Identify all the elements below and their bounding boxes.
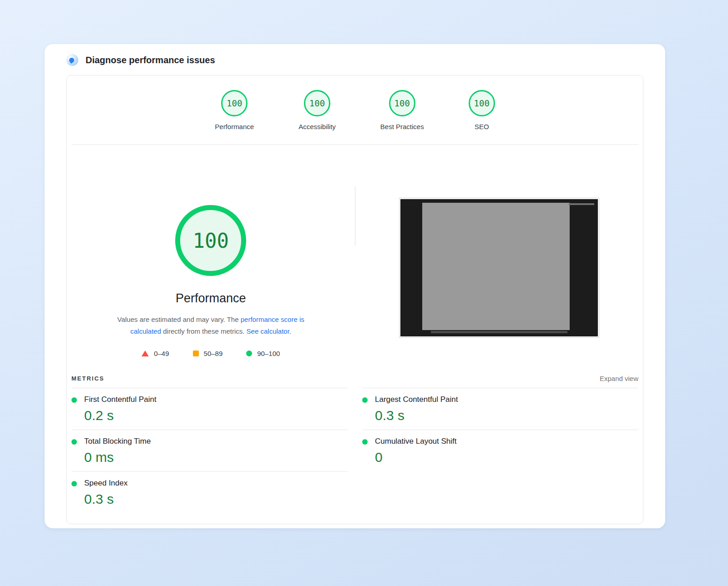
pass-circle-icon (246, 351, 252, 356)
performance-label: Performance (215, 123, 254, 130)
description-text-3: . (289, 327, 291, 335)
performance-gauge-icon: 100 (221, 90, 248, 116)
seo-label: SEO (475, 123, 489, 130)
fail-triangle-icon (142, 351, 149, 356)
metric-name: Largest Contentful Paint (375, 395, 458, 404)
lighthouse-report-panel: 100 Performance 100 Accessibility 100 Be… (66, 75, 643, 524)
metric-value: 0 (375, 450, 457, 465)
performance-overview: 100 Performance Values are estimated and… (67, 145, 643, 371)
best-practices-score: 100 (394, 98, 410, 108)
category-seo[interactable]: 100 SEO (469, 90, 495, 130)
performance-gauge-block: 100 Performance Values are estimated and… (67, 145, 355, 371)
metric-name: Speed Index (84, 479, 127, 488)
pass-dot-icon (71, 481, 77, 486)
accessibility-gauge-icon: 100 (304, 90, 330, 116)
page-screenshot-header-text (569, 203, 594, 205)
metrics-section: METRICS Expand view First Contentful Pai… (67, 371, 643, 513)
description-text-2: directly from these metrics. (161, 327, 247, 335)
score-description: Values are estimated and may vary. The p… (104, 314, 318, 338)
legend-pass: 90–100 (246, 350, 280, 357)
score-scale-legend: 0–49 50–89 90–100 (142, 350, 280, 357)
page-title: Diagnose performance issues (86, 55, 215, 65)
metrics-section-title: METRICS (71, 375, 105, 382)
main-performance-gauge-icon: 100 (175, 205, 246, 276)
description-text-1: Values are estimated and may vary. The (117, 316, 241, 323)
metric-name: First Contentful Paint (84, 395, 157, 404)
pass-dot-icon (71, 439, 77, 445)
best-practices-gauge-icon: 100 (389, 90, 415, 116)
metric-value: 0 ms (84, 450, 151, 465)
metric-name: Cumulative Layout Shift (375, 437, 457, 446)
pass-dot-icon (71, 397, 77, 403)
metrics-column-right: Largest Contentful Paint 0.3 s Cumulativ… (362, 388, 638, 513)
legend-average: 50–89 (193, 350, 223, 357)
metric-total-blocking-time: Total Blocking Time 0 ms (71, 430, 348, 471)
main-performance-heading: Performance (176, 291, 246, 306)
metrics-grid: First Contentful Paint 0.2 s Total Block… (71, 388, 638, 513)
metric-value: 0.2 s (84, 408, 157, 423)
pass-range-label: 90–100 (257, 350, 280, 357)
metric-cumulative-layout-shift: Cumulative Layout Shift 0 (362, 430, 638, 471)
report-card: Diagnose performance issues 100 Performa… (45, 44, 665, 528)
metric-speed-index: Speed Index 0.3 s (71, 471, 348, 513)
pass-dot-icon (362, 439, 368, 445)
main-performance-score: 100 (193, 229, 229, 252)
metrics-column-left: First Contentful Paint 0.2 s Total Block… (71, 388, 348, 513)
category-performance[interactable]: 100 Performance (215, 90, 254, 130)
page-screenshot-content (422, 203, 570, 330)
see-calculator-link[interactable]: See calculator (247, 327, 289, 335)
app-logo-icon (66, 54, 78, 66)
legend-fail: 0–49 (142, 350, 169, 357)
pass-dot-icon (362, 397, 368, 403)
metric-value: 0.3 s (84, 491, 127, 507)
accessibility-score: 100 (309, 98, 325, 108)
average-square-icon (193, 351, 199, 356)
fail-range-label: 0–49 (154, 350, 169, 357)
metric-first-contentful-paint: First Contentful Paint 0.2 s (71, 388, 348, 430)
category-accessibility[interactable]: 100 Accessibility (298, 90, 336, 130)
accessibility-label: Accessibility (298, 123, 336, 130)
metric-largest-contentful-paint: Largest Contentful Paint 0.3 s (362, 388, 638, 430)
expand-view-button[interactable]: Expand view (600, 375, 638, 382)
best-practices-label: Best Practices (380, 123, 424, 130)
card-header: Diagnose performance issues (45, 44, 665, 71)
metric-value: 0.3 s (375, 408, 458, 423)
page-screenshot (399, 198, 599, 338)
metrics-header: METRICS Expand view (71, 371, 638, 388)
metric-name: Total Blocking Time (84, 437, 151, 446)
average-range-label: 50–89 (204, 350, 223, 357)
page-screenshot-footer-text (431, 331, 567, 333)
category-best-practices[interactable]: 100 Best Practices (380, 90, 424, 130)
category-gauges-row: 100 Performance 100 Accessibility 100 Be… (67, 75, 643, 144)
performance-score: 100 (227, 98, 242, 108)
seo-score: 100 (474, 98, 490, 108)
seo-gauge-icon: 100 (469, 90, 495, 116)
screenshot-block (355, 145, 643, 371)
